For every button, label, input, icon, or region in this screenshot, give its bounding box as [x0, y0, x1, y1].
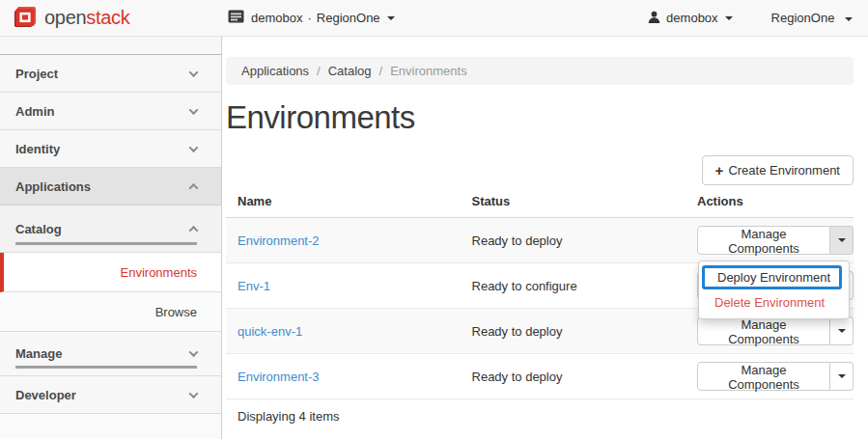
user-menu-label: demobox: [666, 11, 717, 25]
chevron-down-icon: [189, 143, 199, 152]
switcher-separator: ·: [307, 11, 311, 25]
sidebar-item-applications[interactable]: Applications: [0, 168, 221, 206]
switcher-region-label: RegionOne: [317, 11, 380, 25]
region-menu-label: RegionOne: [771, 11, 835, 25]
table-footer-count: Displaying 4 items: [226, 399, 854, 433]
sidebar-item-label: Admin: [15, 104, 54, 119]
breadcrumb-separator: /: [379, 64, 383, 78]
sidebar-item-label: Identity: [15, 142, 60, 156]
status-text: Ready to configure: [472, 279, 577, 293]
chevron-down-icon: [189, 347, 199, 357]
project-list-icon: [228, 10, 244, 26]
sidebar-item-label: Applications: [15, 179, 91, 194]
breadcrumb: Applications / Catalog / Environments: [226, 57, 854, 85]
create-environment-button[interactable]: + Create Environment: [702, 155, 854, 185]
sidebar-top-strip: [0, 37, 221, 55]
actions-dropdown-toggle[interactable]: [830, 362, 854, 391]
breadcrumb-catalog[interactable]: Catalog: [328, 64, 372, 78]
caret-down-icon: [838, 329, 846, 333]
chevron-down-icon: [725, 16, 733, 20]
breadcrumb-applications[interactable]: Applications: [241, 64, 309, 78]
deploy-environment-menu-item[interactable]: Deploy Environment: [702, 265, 842, 289]
environment-link[interactable]: Env-1: [238, 279, 270, 293]
sidebar-item-label: Catalog: [15, 222, 62, 236]
sidebar-item-admin[interactable]: Admin: [0, 93, 221, 130]
openstack-logo-icon: [14, 5, 38, 32]
sidebar-item-developer[interactable]: Developer: [0, 376, 221, 414]
project-region-switcher[interactable]: demobox · RegionOne: [228, 10, 395, 26]
table-toolbar: + Create Environment: [226, 155, 854, 185]
caret-down-icon: [838, 238, 846, 242]
region-menu[interactable]: RegionOne: [771, 11, 853, 25]
breadcrumb-current: Environments: [390, 64, 466, 78]
user-menu[interactable]: demobox: [648, 11, 732, 26]
row-actions: Manage Components: [697, 362, 854, 391]
main-content: Applications / Catalog / Environments En…: [222, 37, 868, 439]
page-title: Environments: [226, 99, 854, 136]
chevron-down-icon: [189, 68, 199, 77]
table-row: Environment-3 Ready to deploy Manage Com…: [226, 354, 854, 399]
sidebar-item-label: Environments: [121, 265, 197, 280]
sidebar-item-label: Developer: [15, 388, 76, 402]
actions-dropdown-menu: Deploy Environment Delete Environment: [698, 261, 850, 319]
navbar-brand: openstack: [0, 5, 228, 32]
row-actions: Manage Components: [697, 316, 854, 345]
environment-link[interactable]: Environment-3: [238, 370, 320, 384]
manage-components-button[interactable]: Manage Components: [697, 362, 830, 391]
caret-down-icon: [838, 374, 846, 378]
manage-components-button[interactable]: Manage Components: [697, 226, 830, 255]
delete-environment-menu-item[interactable]: Delete Environment: [699, 290, 849, 313]
openstack-logo[interactable]: openstack: [14, 5, 129, 32]
row-actions: Manage Components: [697, 226, 854, 255]
sidebar: Project Admin Identity Applications Cata…: [0, 37, 222, 439]
chevron-up-icon: [189, 182, 199, 192]
breadcrumb-separator: /: [317, 64, 321, 78]
plus-icon: +: [715, 163, 724, 178]
sidebar-item-label: Manage: [15, 346, 62, 361]
actions-dropdown-toggle[interactable]: [830, 316, 854, 345]
switcher-project-label: demobox: [251, 11, 302, 25]
environments-table: Name Status Actions Environment-2 Ready …: [226, 187, 854, 399]
chevron-up-icon: [189, 225, 199, 234]
manage-components-button[interactable]: Manage Components: [697, 316, 830, 345]
sidebar-item-manage[interactable]: Manage: [0, 332, 221, 376]
sidebar-item-catalog[interactable]: Catalog: [0, 206, 221, 253]
sidebar-item-identity[interactable]: Identity: [0, 130, 221, 168]
navbar-right: demobox RegionOne: [648, 11, 868, 26]
top-navbar: openstack demobox · RegionOne demobox: [0, 0, 868, 37]
environment-link[interactable]: Environment-2: [238, 233, 320, 248]
column-header-status: Status: [461, 187, 686, 218]
environment-link[interactable]: quick-env-1: [238, 324, 302, 339]
actions-dropdown-toggle[interactable]: [830, 226, 854, 255]
sidebar-item-label: Project: [15, 67, 58, 81]
create-environment-label: Create Environment: [728, 163, 840, 178]
sidebar-item-project[interactable]: Project: [0, 55, 221, 93]
user-icon: [648, 11, 660, 26]
status-text: Ready to deploy: [472, 324, 563, 339]
status-text: Ready to deploy: [472, 370, 563, 384]
chevron-down-icon: [189, 389, 199, 398]
openstack-logo-text: openstack: [44, 7, 129, 29]
table-row: Environment-2 Ready to deploy Manage Com…: [226, 218, 854, 263]
sidebar-item-environments[interactable]: Environments: [0, 253, 221, 292]
chevron-down-icon: [845, 17, 853, 21]
column-header-name: Name: [226, 187, 461, 218]
sidebar-item-label: Browse: [155, 305, 197, 319]
sidebar-item-browse[interactable]: Browse: [0, 292, 221, 332]
chevron-down-icon: [387, 16, 395, 20]
chevron-down-icon: [189, 105, 199, 115]
status-text: Ready to deploy: [472, 233, 563, 248]
column-header-actions: Actions: [686, 187, 854, 218]
table-header-row: Name Status Actions: [226, 187, 854, 218]
